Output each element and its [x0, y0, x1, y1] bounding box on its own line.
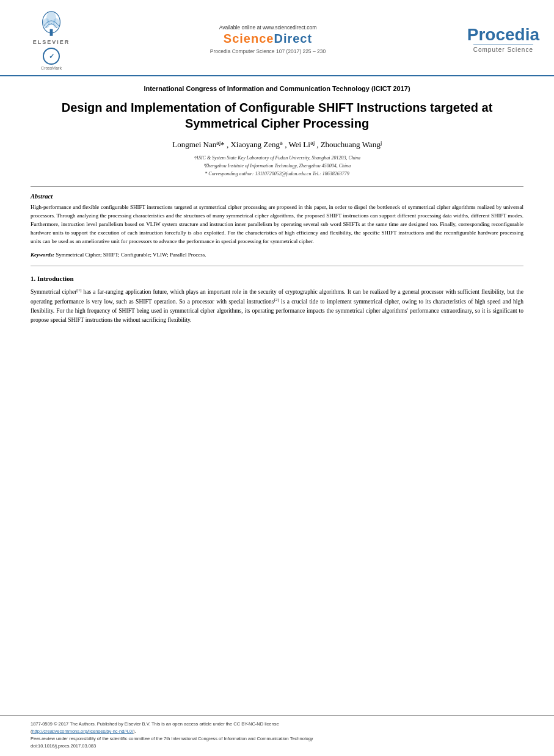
abstract-section: Abstract High-performance and flexible c… [31, 193, 523, 259]
footer-text: 1877-0509 © 2017 The Authors. Published … [31, 721, 523, 750]
header: ELSEVIER ✓ CrossMark Available online at… [0, 0, 554, 76]
procedia-title-text: Procedia [467, 26, 539, 43]
footer-license-link: (http://creativecommons.org/licenses/by-… [31, 729, 136, 734]
abstract-title: Abstract [31, 193, 523, 200]
introduction-paragraph: Symmetrical cipher[1] has a far-ranging … [31, 287, 523, 325]
footer-doi: doi:10.1016/j.procs.2017.03.083 [31, 743, 96, 749]
elsevier-brand-text: ELSEVIER [33, 39, 70, 45]
divider-middle [31, 266, 523, 266]
license-link[interactable]: http://creativecommons.org/licenses/by-n… [32, 729, 134, 734]
affiliation-c: * Corresponding author: 13110720052@fuda… [31, 170, 523, 178]
conference-title: International Congress of Information an… [31, 85, 523, 92]
keywords-label: Keywords: [31, 252, 54, 258]
crossmark-icon: ✓ [43, 48, 60, 65]
paper-title: Design and Implementation of Configurabl… [31, 100, 523, 131]
affiliation-a: ᵃASIC & System State Key Laboratory of F… [31, 154, 523, 162]
keywords-text: Symmetrical Cipher; SHIFT; Configurable;… [56, 252, 206, 258]
header-right: Procedia Computer Science [448, 26, 539, 53]
header-center: Available online at www.sciencedirect.co… [100, 24, 436, 54]
authors-line: Longmei Nanᵃʲ* , Xiaoyang Zengᵃ , Wei Li… [31, 140, 523, 150]
authors-text: Longmei Nanᵃʲ* , Xiaoyang Zengᵃ , Wei Li… [172, 140, 381, 149]
header-left-logos: ELSEVIER ✓ CrossMark [15, 9, 88, 70]
introduction-section: 1. Introduction Symmetrical cipher[1] ha… [31, 275, 523, 325]
affiliation-b: ᵇZhengzhou Institute of Information Tech… [31, 162, 523, 170]
journal-info-text: Procedia Computer Science 107 (2017) 225… [210, 48, 326, 54]
footer-license-line1: 1877-0509 © 2017 The Authors. Published … [31, 721, 279, 727]
footer-peer-review: Peer-review under responsibility of the … [31, 736, 313, 741]
procedia-subtitle-text: Computer Science [473, 45, 533, 53]
svg-rect-0 [50, 29, 53, 36]
elsevier-tree-icon [37, 9, 66, 38]
available-online-text: Available online at www.sciencedirect.co… [219, 24, 317, 31]
sciencedirect-logo: ScienceDirect [224, 32, 312, 46]
page: ELSEVIER ✓ CrossMark Available online at… [0, 0, 554, 756]
divider-top [31, 186, 523, 187]
main-content: International Congress of Information an… [0, 76, 554, 338]
svg-point-3 [43, 18, 49, 28]
keywords-line: Keywords: Symmetrical Cipher; SHIFT; Con… [31, 251, 523, 260]
abstract-body: High-performance and flexible configurab… [31, 203, 523, 246]
crossmark-logo: ✓ CrossMark [41, 48, 62, 70]
elsevier-logo: ELSEVIER [33, 9, 70, 45]
footer: 1877-0509 © 2017 The Authors. Published … [0, 715, 554, 756]
procedia-logo: Procedia Computer Science [467, 26, 539, 53]
crossmark-label: CrossMark [41, 66, 62, 70]
svg-point-4 [53, 18, 59, 28]
affiliations-block: ᵃASIC & System State Key Laboratory of F… [31, 154, 523, 178]
introduction-title: 1. Introduction [31, 275, 523, 282]
